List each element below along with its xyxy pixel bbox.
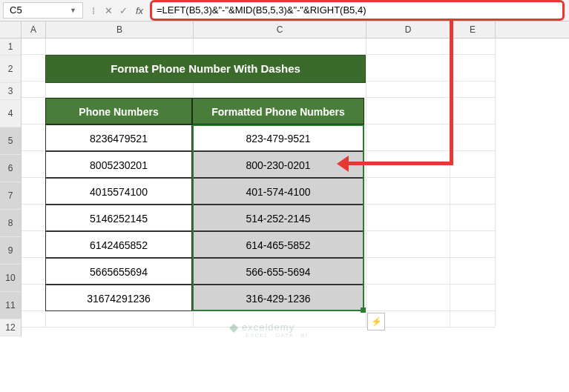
row-header-5[interactable]: 5: [0, 127, 21, 155]
cell-c9[interactable]: 614-465-5852: [192, 231, 364, 258]
formula-separator: ⁞: [86, 5, 101, 16]
row-header-8[interactable]: 8: [0, 210, 21, 237]
row-header-11[interactable]: 11: [0, 292, 21, 319]
enter-icon[interactable]: ✓: [116, 5, 131, 16]
autofill-options-icon[interactable]: ⚡: [367, 313, 385, 330]
fx-icon[interactable]: fx: [131, 5, 148, 16]
select-all-corner[interactable]: [0, 21, 22, 38]
cell-c10[interactable]: 566-655-5694: [192, 258, 364, 285]
table-header-formatted[interactable]: Formatted Phone Numbers: [192, 98, 364, 124]
cell-b6[interactable]: 8005230201: [45, 151, 192, 178]
row-header-10[interactable]: 10: [0, 265, 21, 292]
cell-b8[interactable]: 5146252145: [45, 205, 192, 231]
row-header-12[interactable]: 12: [0, 319, 21, 336]
watermark-sub: EXCEL · DATA · BI: [246, 332, 308, 339]
col-header-b[interactable]: B: [46, 21, 194, 38]
formula-text: =LEFT(B5,3)&"-"&MID(B5,5,3)&"-"&RIGHT(B5…: [157, 4, 366, 16]
row-header-6[interactable]: 6: [0, 155, 21, 182]
cell-b10[interactable]: 5665655694: [45, 258, 192, 285]
col-header-c[interactable]: C: [194, 21, 366, 38]
cell-b7[interactable]: 4015574100: [45, 178, 192, 205]
table-header-phone[interactable]: Phone Numbers: [45, 98, 192, 124]
name-box-dropdown-icon[interactable]: ▼: [70, 3, 76, 18]
name-box-value: C5: [10, 3, 22, 18]
row-header-4[interactable]: 4: [0, 100, 21, 127]
row-headers: 1 2 3 4 5 6 7 8 9 10 11 12: [0, 39, 22, 336]
column-headers: A B C D E: [0, 21, 569, 39]
cell-c7[interactable]: 401-574-4100: [192, 178, 364, 205]
sheet-title[interactable]: Format Phone Number With Dashes: [45, 55, 366, 83]
row-header-1[interactable]: 1: [0, 39, 21, 56]
row-header-9[interactable]: 9: [0, 237, 21, 265]
formula-bar: C5 ▼ ⁞ ✕ ✓ fx =LEFT(B5,3)&"-"&MID(B5,5,3…: [0, 0, 569, 21]
cell-c8[interactable]: 514-252-2145: [192, 205, 364, 231]
cell-b9[interactable]: 6142465852: [45, 231, 192, 258]
formula-input[interactable]: =LEFT(B5,3)&"-"&MID(B5,5,3)&"-"&RIGHT(B5…: [150, 0, 565, 21]
row-header-2[interactable]: 2: [0, 56, 21, 83]
cell-c6[interactable]: 800-230-0201: [192, 151, 364, 178]
col-header-d[interactable]: D: [366, 21, 450, 38]
col-header-a[interactable]: A: [22, 21, 46, 38]
cell-b5[interactable]: 8236479521: [45, 124, 192, 151]
row-header-3[interactable]: 3: [0, 83, 21, 100]
cancel-icon[interactable]: ✕: [101, 5, 116, 16]
watermark-text: exceldemy: [242, 322, 295, 333]
col-header-e[interactable]: E: [450, 21, 496, 38]
cell-c5[interactable]: 823-479-9521: [192, 124, 364, 151]
name-box[interactable]: C5 ▼: [3, 2, 83, 19]
cells-area[interactable]: Format Phone Number With Dashes Phone Nu…: [22, 39, 569, 336]
row-header-7[interactable]: 7: [0, 182, 21, 210]
watermark-icon: ◆: [229, 320, 239, 334]
cell-c11[interactable]: 316-429-1236: [192, 285, 364, 311]
cell-b11[interactable]: 31674291236: [45, 285, 192, 311]
